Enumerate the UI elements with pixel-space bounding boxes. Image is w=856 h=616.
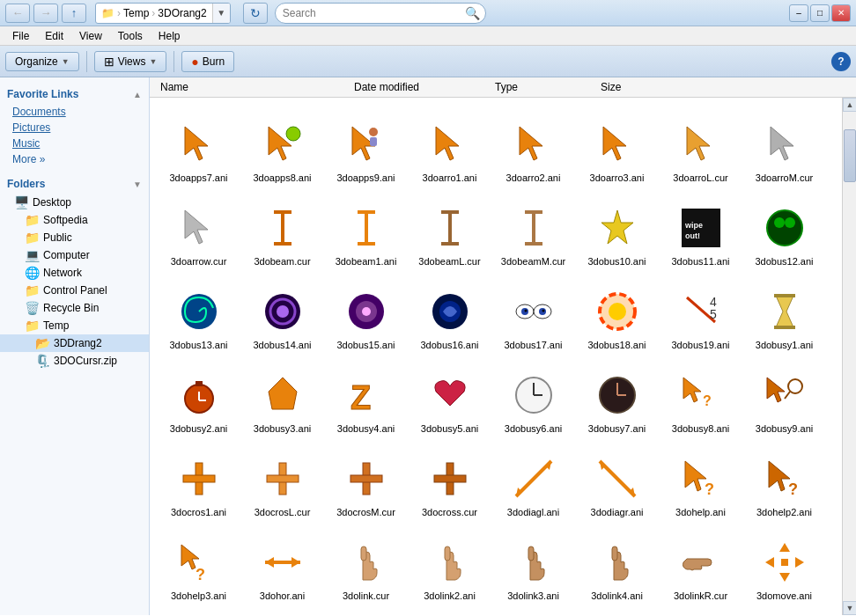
file-item[interactable]: 3dopen.ani	[408, 606, 491, 615]
file-item[interactable]: ?3dobusy8.ani	[659, 356, 742, 439]
minimize-button[interactable]: –	[789, 4, 808, 22]
col-header-name[interactable]: Name	[157, 79, 351, 95]
file-item[interactable]: 3dolink.cur	[324, 523, 408, 606]
folder-item[interactable]: 🗑️Recycle Bin	[0, 299, 149, 317]
folder-item[interactable]: 💻Computer	[0, 246, 149, 264]
menu-view[interactable]: View	[72, 28, 109, 44]
file-item[interactable]: 3dolink3.ani	[491, 523, 575, 606]
sidebar-link-pictures[interactable]: Pictures	[0, 120, 149, 136]
file-item[interactable]: 3dobusy5.ani	[408, 356, 491, 439]
scrollbar[interactable]: ▲ ▼	[842, 98, 856, 615]
file-item[interactable]: 3dobusy6.ani	[491, 356, 575, 439]
col-header-date[interactable]: Date modified	[351, 79, 491, 95]
breadcrumb-part-2[interactable]: 3DOrang2	[158, 7, 206, 19]
scroll-up[interactable]: ▲	[843, 98, 856, 112]
folder-item[interactable]: 📁Temp	[0, 317, 149, 334]
refresh-button[interactable]: ↻	[243, 3, 268, 24]
file-item[interactable]: 3docrosL.cur	[240, 439, 324, 523]
folder-item[interactable]: 📁Public	[0, 229, 149, 246]
folder-item[interactable]: 📁Softpedia	[0, 211, 149, 229]
file-item[interactable]: 3doarroM.cur	[742, 105, 826, 188]
file-item[interactable]: ?3dohelp2.ani	[742, 439, 826, 523]
file-item[interactable]: 3dolink2.ani	[408, 523, 491, 606]
favorite-links-header[interactable]: Favorite Links ▲	[0, 84, 149, 104]
col-header-size[interactable]: Size	[597, 79, 668, 95]
file-item[interactable]: 3dobusy1.ani	[742, 272, 826, 356]
search-icon[interactable]: 🔍	[465, 6, 480, 20]
file-item[interactable]: 3doapps9.ani	[324, 105, 408, 188]
file-item[interactable]: 3dodiagr.ani	[575, 439, 659, 523]
file-item[interactable]: 3dono3.ani	[324, 606, 408, 615]
sidebar-link-documents[interactable]: Documents	[0, 104, 149, 120]
file-item[interactable]: Z3dobusy4.ani	[324, 356, 408, 439]
file-item[interactable]: 3dobus17.ani	[491, 272, 575, 356]
organize-button[interactable]: Organize ▼	[5, 52, 79, 71]
folder-item[interactable]: 🖥️Desktop	[0, 194, 149, 211]
file-item[interactable]: wipeout!3dobus11.ani	[659, 188, 742, 272]
file-item[interactable]: 3dono.ani	[157, 606, 240, 615]
file-item[interactable]: 3dolink4.ani	[575, 523, 659, 606]
menu-tools[interactable]: Tools	[111, 28, 150, 44]
file-item[interactable]: 453dobus19.ani	[659, 272, 742, 356]
maximize-button[interactable]: □	[810, 4, 830, 22]
file-item[interactable]: 3dobeam1.ani	[324, 188, 408, 272]
menu-edit[interactable]: Edit	[38, 28, 70, 44]
file-item[interactable]: 3domove.ani	[742, 523, 826, 606]
sidebar-link-music[interactable]: Music	[0, 136, 149, 151]
file-item[interactable]: ?3dohelp.ani	[659, 439, 742, 523]
help-button[interactable]: ?	[831, 52, 851, 71]
file-item[interactable]: 3dopen2.ani	[491, 606, 575, 615]
scroll-down[interactable]: ▼	[843, 601, 856, 615]
file-item[interactable]: 3dobeamM.cur	[491, 188, 575, 272]
file-item[interactable]: 3doarrow.cur	[157, 188, 240, 272]
file-item[interactable]: 3doarroL.cur	[659, 105, 742, 188]
file-item[interactable]: 3dobeam.cur	[240, 188, 324, 272]
folders-header[interactable]: Folders ▼	[0, 174, 149, 194]
file-item[interactable]: 3dobus13.ani	[157, 272, 240, 356]
breadcrumb-part-1[interactable]: Temp	[123, 7, 149, 19]
file-item[interactable]: 3dobeamL.cur	[408, 188, 491, 272]
file-item[interactable]: 3dobus14.ani	[240, 272, 324, 356]
file-item[interactable]: 3dodiagl.ani	[491, 439, 575, 523]
folder-item[interactable]: 📁Control Panel	[0, 282, 149, 299]
scroll-thumb[interactable]	[844, 129, 856, 182]
sidebar-more[interactable]: More »	[0, 151, 149, 167]
up-button[interactable]: ↑	[62, 4, 86, 23]
file-item[interactable]: INSTAL3O...	[742, 606, 826, 615]
file-item[interactable]: 3dolinkR.cur	[659, 523, 742, 606]
file-item[interactable]: 3docros1.ani	[157, 439, 240, 523]
file-item[interactable]: 3doapps8.ani	[240, 105, 324, 188]
file-item[interactable]: 3dobus18.ani	[575, 272, 659, 356]
file-item[interactable]: 3dobus16.ani	[408, 272, 491, 356]
folder-item[interactable]: 📂3DDrang2	[0, 334, 149, 352]
forward-button[interactable]: →	[33, 4, 58, 23]
file-item[interactable]: 3doarro3.ani	[575, 105, 659, 188]
file-item[interactable]: 3dobusy2.ani	[157, 356, 240, 439]
folder-item[interactable]: 🌐Network	[0, 264, 149, 282]
file-item[interactable]: 3doapps7.ani	[157, 105, 240, 188]
file-item[interactable]: 3dobusy3.ani	[240, 356, 324, 439]
file-item[interactable]: 3dobus10.ani	[575, 188, 659, 272]
file-item[interactable]: No3dono2.ani	[240, 606, 324, 615]
file-item[interactable]: 3dobus15.ani	[324, 272, 408, 356]
views-button[interactable]: ⊞ Views ▼	[94, 51, 167, 72]
file-item[interactable]: 3dobus12.ani	[742, 188, 826, 272]
back-button[interactable]: ←	[5, 4, 30, 23]
folder-item[interactable]: 🗜️3DOCursr.zip	[0, 352, 149, 370]
burn-button[interactable]: ● Burn	[181, 51, 234, 72]
file-item[interactable]: 3dobusy9.ani	[742, 356, 826, 439]
file-item[interactable]: 3docrosM.cur	[324, 439, 408, 523]
menu-help[interactable]: Help	[151, 28, 188, 44]
col-header-type[interactable]: Type	[491, 79, 597, 95]
menu-file[interactable]: File	[5, 28, 36, 44]
file-item[interactable]: 3doarro2.ani	[491, 105, 575, 188]
address-dropdown[interactable]: ▼	[212, 4, 230, 23]
close-button[interactable]: ✕	[831, 4, 851, 22]
file-item[interactable]: 3docross.cur	[408, 439, 491, 523]
search-input[interactable]	[283, 7, 465, 19]
file-item[interactable]: DIZfile_id.diz	[659, 606, 742, 615]
file-item[interactable]: 3dohor.ani	[240, 523, 324, 606]
file-item[interactable]: 3doarro1.ani	[408, 105, 491, 188]
file-item[interactable]: 3dobusy7.ani	[575, 356, 659, 439]
file-item[interactable]: 3dovert.ani	[575, 606, 659, 615]
